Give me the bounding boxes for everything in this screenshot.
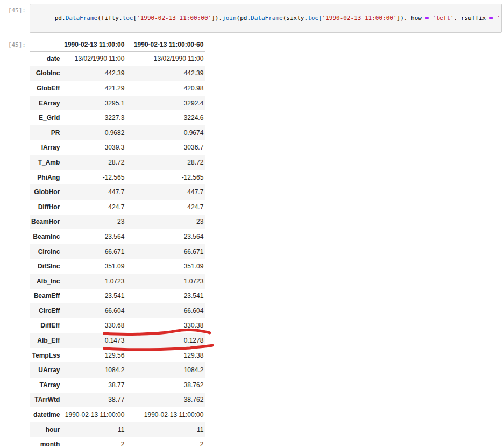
table-row: GlobInc442.39442.39 [30, 66, 205, 81]
cell-value: 23.564 [126, 229, 205, 244]
corner-header [30, 40, 61, 51]
row-index: BeamHor [30, 215, 61, 230]
cell-value: 11 [126, 422, 205, 437]
row-index: datetime [30, 407, 61, 422]
table-row: hour1111 [30, 422, 205, 437]
row-index: date [30, 51, 61, 66]
cell-value: 129.38 [126, 348, 205, 363]
cell-value: 1.0723 [126, 274, 205, 289]
table-row: TempLss129.56129.38 [30, 348, 205, 363]
code-token-property: DataFrame [251, 15, 283, 22]
cell-value: 351.09 [126, 259, 205, 274]
code-token-plain: (sixty. [283, 15, 308, 22]
cell-value: 1084.2 [126, 362, 205, 378]
row-index: EArray [30, 96, 61, 111]
code-token-property: DataFrame [66, 15, 98, 22]
cell-value: 38.762 [126, 378, 205, 393]
cell-value: 66.604 [126, 303, 205, 318]
cell-value: 1.0723 [61, 274, 126, 289]
cell-value: 38.77 [61, 378, 126, 393]
table-row: TArray38.7738.762 [30, 378, 205, 393]
table-row: CircInc66.67166.671 [30, 244, 205, 259]
cell-value: 447.7 [61, 184, 126, 200]
cell-value: 3227.3 [61, 110, 126, 125]
cell-value: 66.604 [61, 303, 126, 318]
row-index: E_Grid [30, 110, 61, 125]
code-token-property: loc [123, 15, 133, 22]
cell-value: 23 [61, 215, 126, 230]
table-row: datetime1990-02-13 11:00:001990-02-13 11… [30, 407, 205, 422]
input-prompt: [45]: [0, 4, 26, 14]
cell-value: 23 [126, 215, 205, 230]
cell-value: 2 [126, 437, 205, 448]
row-index: UArray [30, 362, 61, 378]
cell-value: 330.38 [126, 318, 205, 333]
row-index: T_Amb [30, 155, 61, 170]
cell-value: 38.77 [61, 393, 126, 408]
cell-value: 447.7 [126, 184, 205, 200]
table-row: CircEff66.60466.604 [30, 303, 205, 318]
code-token-property: loc [308, 15, 318, 22]
table-row: Alb_Eff0.14730.1278 [30, 333, 205, 348]
cell-value: 28.72 [126, 155, 205, 170]
table-row: BeamHor2323 [30, 215, 205, 230]
cell-value: 3039.3 [61, 140, 126, 155]
code-token-string: '1990-02-13 11:00:00' [137, 15, 211, 22]
dataframe-table: 1990-02-13 11:00:001990-02-13 11:00:00-6… [30, 40, 205, 448]
row-index: PhiAng [30, 170, 61, 185]
output-cell: [45]: 1990-02-13 11:00:001990-02-13 11:0… [0, 40, 504, 448]
table-row: BeamInc23.56423.564 [30, 229, 205, 244]
table-row: DifSInc351.09351.09 [30, 259, 205, 274]
cell-value: 0.9674 [126, 125, 205, 140]
cell-value: 3295.1 [61, 96, 126, 111]
cell-value: 424.7 [126, 200, 205, 215]
notebook: [45]: pd.DataFrame(fifty.loc['1990-02-13… [0, 0, 504, 448]
code-token-property: join [222, 15, 237, 22]
row-index: TArray [30, 378, 61, 393]
code-line: pd.DataFrame(fifty.loc['1990-02-13 11:00… [55, 15, 502, 22]
cell-value: 330.68 [61, 318, 126, 333]
cell-value: 13/02/1990 11:00 [61, 51, 126, 66]
cell-value: 0.9682 [61, 125, 126, 140]
code-editor[interactable]: pd.DataFrame(fifty.loc['1990-02-13 11:00… [30, 4, 502, 33]
cell-value: 442.39 [126, 66, 205, 81]
cell-value: 66.671 [61, 244, 126, 259]
row-index: Alb_Eff [30, 333, 61, 348]
cell-value: 38.762 [126, 393, 205, 408]
table-row: UArray1084.21084.2 [30, 362, 205, 378]
row-index: month [30, 437, 61, 448]
code-token-string: '-60' [496, 15, 502, 22]
code-token-plain: ]), how [397, 15, 425, 22]
cell-value: 23.541 [61, 289, 126, 304]
code-token-string: 'left' [432, 15, 454, 22]
cell-value: 3224.6 [126, 110, 205, 125]
cell-value: 351.09 [61, 259, 126, 274]
table-row: GlobHor447.7447.7 [30, 184, 205, 200]
code-token-plain [429, 15, 432, 22]
table-row: DiffEff330.68330.38 [30, 318, 205, 333]
code-token-plain: [ [318, 15, 322, 22]
cell-value: 442.39 [61, 66, 126, 81]
row-index: BeamEff [30, 289, 61, 304]
cell-value: 1084.2 [61, 362, 126, 378]
code-token-plain: , rsuffix [454, 15, 489, 22]
cell-value: 0.1278 [126, 333, 205, 348]
cell-value: 23.564 [61, 229, 126, 244]
row-index: CircInc [30, 244, 61, 259]
table-row: BeamEff23.54123.541 [30, 289, 205, 304]
table-header-row: 1990-02-13 11:00:001990-02-13 11:00:00-6… [30, 40, 205, 51]
code-token-plain: pd. [55, 15, 66, 22]
row-index: DifSInc [30, 259, 61, 274]
cell-value: 424.7 [61, 200, 126, 215]
cell-value: 129.56 [61, 348, 126, 363]
table-row: Alb_Inc1.07231.0723 [30, 274, 205, 289]
table-row: DiffHor424.7424.7 [30, 200, 205, 215]
cell-value: 3036.7 [126, 140, 205, 155]
cell-value: 421.29 [61, 81, 126, 96]
column-header-0: 1990-02-13 11:00:00 [61, 40, 126, 51]
output-table-wrap: 1990-02-13 11:00:001990-02-13 11:00:00-6… [30, 40, 205, 448]
table-row: PR0.96820.9674 [30, 125, 205, 140]
table-row: TArrWtd38.7738.762 [30, 393, 205, 408]
row-index: BeamInc [30, 229, 61, 244]
row-index: GlobInc [30, 66, 61, 81]
